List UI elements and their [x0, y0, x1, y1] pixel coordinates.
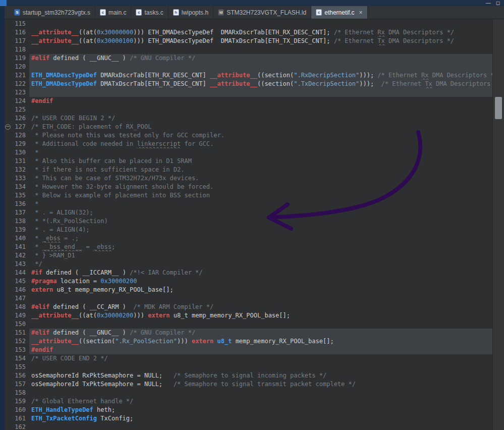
code-line: 132 * if there is not sufficient space i…: [5, 166, 493, 174]
code-text[interactable]: ETH_TxPacketConfig TxConfig;: [29, 414, 493, 423]
tab-lwipopts.h[interactable]: hlwipopts.h: [169, 6, 213, 19]
code-text[interactable]: [29, 423, 493, 430]
code-line: 143 */: [5, 260, 493, 268]
code-text[interactable]: __attribute__((at(0x30000200))) extern u…: [29, 311, 493, 320]
code-text[interactable]: #elif defined ( __GNUC__ ) /* GNU Compil…: [29, 329, 493, 337]
code-text[interactable]: extern u8_t memp_memory_RX_POOL_base[];: [29, 286, 493, 294]
code-token: [213, 338, 217, 345]
tab-STM32H723VGTX_FLASH.ld[interactable]: ldSTM32H723VGTX_FLASH.ld: [213, 6, 311, 19]
code-token: Tx: [377, 37, 384, 44]
tab-startup_stm32h723vgtx.s[interactable]: Sstartup_stm32h723vgtx.s: [10, 6, 95, 19]
code-line: 140 * _ebss = .;: [5, 234, 493, 243]
scrollbar-thumb[interactable]: [495, 97, 502, 119]
code-text[interactable]: /* ETH_CODE: placement of RX_POOL: [29, 123, 493, 131]
code-rows: 115116__attribute__((at(0x30000000))) ET…: [5, 20, 493, 430]
code-text[interactable]: #elif defined ( __CC_ARM ) /* MDK ARM Co…: [29, 303, 493, 311]
code-text[interactable]: * __bss_end__ = _ebss;: [29, 243, 493, 251]
code-line: 145#pragma location = 0x30000200: [5, 277, 493, 286]
code-text[interactable]: */: [29, 260, 493, 268]
tab-close-icon[interactable]: ×: [359, 10, 363, 16]
code-line: 141 * __bss_end__ = _ebss;: [5, 243, 493, 251]
annotation-column: [5, 63, 11, 71]
code-token: /*!< IAR Compiler */: [130, 269, 203, 276]
code-text[interactable]: ETH_DMADescTypeDef DMATxDscrTab[ETH_TX_D…: [29, 80, 493, 88]
code-token: #if: [31, 269, 42, 276]
code-text[interactable]: * if there is not sufficient space in D2…: [29, 166, 493, 174]
code-text[interactable]: * Also this buffer can be placed in D1 S…: [29, 157, 493, 166]
code-text[interactable]: * _ebss = .;: [29, 234, 493, 243]
code-text[interactable]: #endif: [29, 97, 493, 105]
vertical-scrollbar[interactable]: [492, 19, 504, 430]
code-text[interactable]: * . = ALIGN(32);: [29, 208, 493, 217]
code-text[interactable]: __attribute__((at(0x30000000))) ETH_DMAD…: [29, 28, 493, 37]
code-text[interactable]: [29, 320, 493, 329]
line-number: 119: [11, 54, 29, 63]
code-token: ETH_HandleTypeDef: [31, 406, 93, 413]
line-number: 157: [11, 380, 29, 389]
code-text[interactable]: * Below is example of placement into BSS…: [29, 191, 493, 200]
tab-tasks.c[interactable]: ctasks.c: [131, 6, 168, 19]
collapse-fold-icon[interactable]: [5, 124, 11, 130]
code-text[interactable]: * Additional code needed in linkerscript…: [29, 140, 493, 148]
code-editor[interactable]: 115116__attribute__((at(0x30000000))) ET…: [5, 19, 504, 430]
code-text[interactable]: [29, 45, 493, 54]
code-token: __attribute__: [210, 80, 257, 87]
code-line: 151#elif defined ( __GNUC__ ) /* GNU Com…: [5, 329, 493, 337]
code-line: 159/* Global Ethernet handle */: [5, 397, 493, 406]
code-text[interactable]: osSemaphoreId TxPktSemaphore = NULL; /* …: [29, 380, 493, 389]
code-token: 0x30000100: [97, 37, 133, 44]
annotation-column: [5, 105, 11, 114]
maximize-icon[interactable]: ◻: [496, 1, 500, 6]
code-text[interactable]: [29, 63, 493, 71]
tab-main.c[interactable]: cmain.c: [95, 6, 131, 19]
code-text[interactable]: /* USER CODE END 2 */: [29, 354, 493, 363]
code-line: 117__attribute__((at(0x30000100))) ETH_D…: [5, 37, 493, 45]
code-text[interactable]: /* Global Ethernet handle */: [29, 397, 493, 406]
code-text[interactable]: #endif: [29, 346, 493, 354]
code-line: 142 * } >RAM_D1: [5, 251, 493, 260]
code-text[interactable]: #if defined ( __ICCARM__ ) /*!< IAR Comp…: [29, 268, 493, 277]
code-token: =: [82, 243, 93, 250]
code-text[interactable]: [29, 105, 493, 114]
code-text[interactable]: __attribute__((section(".Rx_PoolSection"…: [29, 337, 493, 346]
code-text[interactable]: [29, 363, 493, 371]
annotation-column: [5, 397, 11, 406]
code-text[interactable]: [29, 389, 493, 397]
annotation-column: [5, 20, 11, 28]
code-text[interactable]: *: [29, 148, 493, 157]
code-text[interactable]: ETH_HandleTypeDef heth;: [29, 406, 493, 414]
code-text[interactable]: * } >RAM_D1: [29, 251, 493, 260]
code-text[interactable]: __attribute__((at(0x30000100))) ETH_DMAD…: [29, 37, 493, 45]
code-text[interactable]: #pragma location = 0x30000200: [29, 277, 493, 286]
code-text[interactable]: * *(.Rx_PoolSection): [29, 217, 493, 226]
code-text[interactable]: * Please note this was tested only for G…: [29, 131, 493, 140]
tab-label: ethernetif.c: [324, 9, 354, 16]
code-token: Rx: [377, 29, 384, 36]
code-token: for GCC.: [181, 140, 213, 147]
code-text[interactable]: * However the 32-byte alignment should b…: [29, 183, 493, 191]
line-number: 136: [11, 200, 29, 208]
code-token: *: [31, 235, 42, 242]
code-token: extern: [192, 338, 213, 345]
code-text[interactable]: [29, 20, 493, 28]
code-line: 152__attribute__((section(".Rx_PoolSecti…: [5, 337, 493, 346]
annotation-column: [5, 208, 11, 217]
code-text[interactable]: osSemaphoreId RxPktSemaphore = NULL; /* …: [29, 371, 493, 380]
code-text[interactable]: * This can be case of STM32H72x/H73x dev…: [29, 174, 493, 183]
tab-label: startup_stm32h723vgtx.s: [23, 9, 90, 16]
minimize-icon[interactable]: —: [486, 1, 491, 6]
tab-ethernetif.c[interactable]: cethernetif.c×: [311, 6, 367, 19]
line-number: 161: [11, 414, 29, 423]
annotation-column: [5, 251, 11, 260]
code-text[interactable]: *: [29, 200, 493, 208]
line-number: 146: [11, 286, 29, 294]
code-text[interactable]: /* USER CODE BEGIN 2 */: [29, 114, 493, 123]
code-text[interactable]: ETH_DMADescTypeDef DMARxDscrTab[ETH_RX_D…: [29, 71, 493, 80]
code-text[interactable]: [29, 294, 493, 303]
code-token: ))): [177, 338, 192, 345]
code-text[interactable]: * . = ALIGN(4);: [29, 226, 493, 234]
code-text[interactable]: [29, 88, 493, 97]
code-text[interactable]: #elif defined ( __GNUC__ ) /* GNU Compil…: [29, 54, 493, 63]
code-token: * . = ALIGN(4);: [31, 226, 90, 233]
code-token: heth;: [93, 406, 115, 413]
